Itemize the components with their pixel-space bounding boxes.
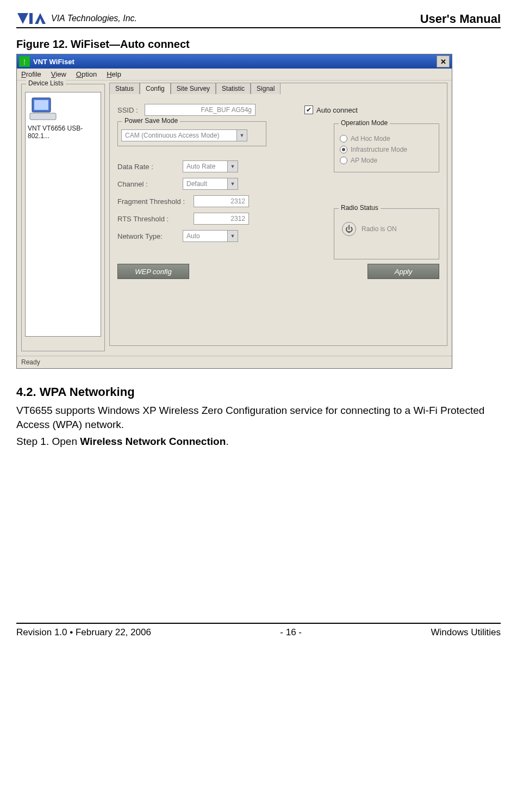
- window-title: VNT WiFiset: [33, 58, 74, 66]
- page-footer: Revision 1.0 • February 22, 2006 - 16 - …: [16, 623, 501, 638]
- footer-right: Windows Utilities: [431, 627, 501, 638]
- autoconnect-label: Auto connect: [316, 106, 358, 114]
- tab-status[interactable]: Status: [109, 83, 140, 94]
- close-button[interactable]: ✕: [437, 55, 450, 67]
- ssid-input[interactable]: FAE_BUF AG54g: [145, 104, 256, 116]
- section-paragraph-1: VT6655 supports Windows XP Wireless Zero…: [16, 404, 501, 431]
- wifiset-window: ⋮ VNT WiFiset ✕ Profile View Option Help…: [16, 54, 452, 369]
- radio-status-group: Radio Status ⏻ Radio is ON: [334, 208, 439, 259]
- power-save-group: Power Save Mode CAM (Continuous Access M…: [117, 121, 266, 146]
- wep-config-button[interactable]: WEP config: [117, 264, 189, 279]
- chevron-down-icon: ▼: [227, 161, 238, 172]
- chevron-down-icon: ▼: [227, 231, 238, 241]
- radio-status-legend: Radio Status: [339, 204, 381, 212]
- radio-status-text: Radio is ON: [362, 225, 397, 233]
- tab-signal[interactable]: Signal: [251, 83, 281, 94]
- computer-icon: [29, 97, 57, 122]
- svg-rect-3: [30, 113, 56, 120]
- svg-rect-2: [34, 100, 48, 110]
- manual-title: User's Manual: [420, 12, 501, 26]
- app-icon: ⋮: [19, 56, 30, 67]
- tab-statistic[interactable]: Statistic: [216, 83, 251, 94]
- section-heading: 4.2. WPA Networking: [16, 385, 501, 399]
- tabs: Status Config Site Survey Statistic Sign…: [109, 83, 447, 94]
- menu-view[interactable]: View: [51, 70, 66, 78]
- footer-left: Revision 1.0 • February 22, 2006: [16, 627, 151, 638]
- fragment-label: Fragment Threshold :: [117, 197, 194, 206]
- footer-center: - 16 -: [280, 627, 302, 638]
- section-paragraph-2: Step 1. Open Wireless Network Connection…: [16, 435, 501, 449]
- menu-option[interactable]: Option: [76, 70, 97, 78]
- fragment-input[interactable]: 2312: [194, 195, 249, 207]
- device-list[interactable]: VNT VT6656 USB-802.1...: [25, 92, 101, 337]
- page-header: VIA Technologies, Inc. User's Manual: [16, 11, 501, 28]
- tab-config[interactable]: Config: [140, 83, 171, 94]
- radio-on-icon: ⏻: [342, 222, 356, 236]
- operation-mode-group: Operation Mode Ad Hoc Mode Infrastructur…: [334, 123, 439, 172]
- apply-button[interactable]: Apply: [367, 264, 439, 279]
- menu-profile[interactable]: Profile: [21, 70, 41, 78]
- network-type-select[interactable]: Auto ▼: [183, 230, 238, 242]
- chevron-down-icon: ▼: [236, 130, 247, 141]
- rts-input[interactable]: 2312: [194, 213, 249, 225]
- logo-area: VIA Technologies, Inc.: [16, 11, 137, 26]
- menubar: Profile View Option Help: [17, 69, 452, 80]
- autoconnect-checkbox[interactable]: ✔: [304, 106, 313, 114]
- device-lists-group: Device Lists VNT VT6656 USB-802.1...: [21, 84, 105, 351]
- radio-infrastructure[interactable]: Infrastructure Mode: [340, 146, 433, 153]
- statusbar: Ready: [17, 356, 452, 368]
- data-rate-select[interactable]: Auto Rate ▼: [183, 160, 238, 172]
- titlebar[interactable]: ⋮ VNT WiFiset ✕: [17, 54, 452, 69]
- channel-select[interactable]: Default ▼: [183, 178, 238, 190]
- svg-rect-0: [29, 13, 33, 24]
- ssid-label: SSID :: [117, 106, 145, 114]
- operation-mode-legend: Operation Mode: [339, 119, 390, 127]
- data-rate-label: Data Rate :: [117, 163, 183, 171]
- power-save-value: CAM (Continuous Access Mode): [122, 132, 236, 139]
- rts-label: RTS Threshold :: [117, 215, 194, 223]
- network-type-label: Network Type:: [117, 232, 183, 240]
- via-logo-icon: [16, 11, 49, 26]
- radio-adhoc[interactable]: Ad Hoc Mode: [340, 135, 433, 142]
- radio-ap[interactable]: AP Mode: [340, 157, 433, 164]
- chevron-down-icon: ▼: [227, 178, 238, 189]
- config-panel: SSID : FAE_BUF AG54g ✔ Auto connect Powe…: [109, 94, 447, 346]
- device-lists-legend: Device Lists: [26, 79, 66, 87]
- channel-label: Channel :: [117, 180, 183, 188]
- close-icon: ✕: [440, 58, 446, 66]
- menu-help[interactable]: Help: [107, 70, 121, 78]
- power-save-legend: Power Save Mode: [122, 117, 180, 125]
- company-name: VIA Technologies, Inc.: [51, 14, 137, 23]
- tab-site-survey[interactable]: Site Survey: [171, 83, 216, 94]
- power-save-select[interactable]: CAM (Continuous Access Mode) ▼: [121, 129, 247, 141]
- device-name: VNT VT6656 USB-802.1...: [28, 125, 98, 140]
- figure-caption: Figure 12. WiFiset—Auto connect: [16, 38, 501, 51]
